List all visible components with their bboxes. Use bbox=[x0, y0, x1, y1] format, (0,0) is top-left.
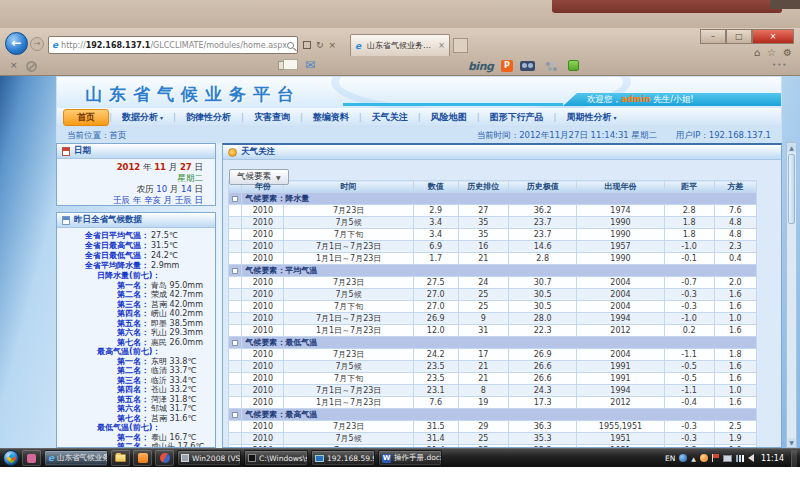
close-button[interactable]: × bbox=[752, 29, 794, 44]
chevron-down-icon: ▾ bbox=[158, 114, 163, 121]
nav-item-1[interactable]: 数据分析 ▾ bbox=[112, 110, 173, 125]
system-tray: EN ▲ 11:14 bbox=[665, 450, 800, 467]
table-row[interactable]: 20107月23日2.92736.219742.87.6 bbox=[229, 205, 757, 217]
home-icon[interactable]: ⌂ bbox=[754, 47, 760, 58]
row-checkbox-cell bbox=[229, 325, 242, 337]
table-row[interactable]: 20101月1日～7月23日1.7212.81990-0.10.4 bbox=[229, 253, 757, 265]
table-group-row[interactable]: 气候要素：最低气温 bbox=[229, 337, 757, 349]
taskbar-window-6[interactable]: C:\Windows\s... bbox=[244, 450, 308, 466]
address-bar[interactable]: e http://192.168.137.1/GLCCLIMATE/module… bbox=[48, 36, 298, 54]
table-row[interactable]: 20107月下旬3.43523.719901.84.8 bbox=[229, 229, 757, 241]
page-scrollbar[interactable]: ▲ ▼ bbox=[786, 142, 797, 448]
group-checkbox-cell bbox=[229, 409, 242, 421]
table-cell: -1.1 bbox=[664, 385, 714, 397]
table-row[interactable]: 20107月5候27.02530.52004-0.31.6 bbox=[229, 289, 757, 301]
scroll-down-icon[interactable]: ▼ bbox=[787, 438, 796, 447]
refresh-icon[interactable]: ↻ bbox=[316, 40, 324, 50]
table-cell: 2.9 bbox=[413, 205, 458, 217]
toolbar-close-icon[interactable]: × bbox=[10, 60, 18, 70]
maximize-button[interactable]: □ bbox=[726, 29, 752, 44]
rank-label: 第四名： bbox=[57, 309, 149, 319]
checkbox-icon[interactable] bbox=[232, 196, 238, 202]
forward-button[interactable]: → bbox=[30, 37, 44, 51]
table-row[interactable]: 20107月1日～7月23日6.91614.61957-1.02.3 bbox=[229, 241, 757, 253]
language-indicator[interactable]: EN bbox=[665, 454, 675, 463]
paw-icon[interactable] bbox=[546, 62, 550, 66]
table-row[interactable]: 20107月5候23.52126.61991-0.51.6 bbox=[229, 361, 757, 373]
taskbar-window-1[interactable]: e山东省气候业务平... bbox=[44, 450, 108, 466]
back-button[interactable]: ← bbox=[5, 32, 28, 55]
table-row[interactable]: 20107月5候3.43523.719901.84.8 bbox=[229, 217, 757, 229]
search-icon[interactable] bbox=[287, 42, 294, 49]
rank-label: 第六名： bbox=[57, 404, 149, 414]
bing-logo[interactable]: bing bbox=[468, 60, 493, 73]
green-app-icon[interactable] bbox=[568, 60, 579, 71]
nav-item-0[interactable]: 首页 bbox=[63, 109, 109, 126]
table-row[interactable]: 20101月1日～7月23日12.03122.320120.21.6 bbox=[229, 325, 757, 337]
app-tray-icon[interactable] bbox=[700, 454, 708, 462]
show-desktop-button[interactable] bbox=[791, 450, 797, 467]
table-row[interactable]: 20107月23日27.52430.72004-0.72.0 bbox=[229, 277, 757, 289]
table-cell: 2012 bbox=[577, 397, 664, 409]
nav-item-7[interactable]: 图形下行产品 bbox=[480, 110, 554, 125]
table-cell: 25 bbox=[458, 301, 508, 313]
media-app-icon[interactable] bbox=[155, 450, 174, 466]
settings-gear-icon[interactable]: ⚙ bbox=[783, 47, 792, 58]
nav-item-6[interactable]: 风险地图 bbox=[421, 110, 477, 125]
more-options-dots[interactable]: ••• bbox=[772, 61, 787, 69]
nav-item-8[interactable]: 周期性分析 ▾ bbox=[556, 110, 626, 125]
table-row[interactable]: 20107月1日～7月23日26.9928.01994-1.01.0 bbox=[229, 313, 757, 325]
table-group-row[interactable]: 气候要素：平均气温 bbox=[229, 265, 757, 277]
explorer-icon[interactable] bbox=[111, 450, 130, 466]
cmd-icon bbox=[248, 454, 256, 462]
nav-item-3[interactable]: 灾害查询 bbox=[244, 110, 300, 125]
orange-app-icon[interactable] bbox=[133, 450, 152, 466]
table-row[interactable]: 20101月1日～7月23日7.61917.32012-0.41.6 bbox=[229, 397, 757, 409]
tab-close-icon[interactable]: × bbox=[438, 41, 445, 50]
taskbar-window-8[interactable]: W操作手册.docx ... bbox=[378, 450, 442, 466]
table-cell: 7月23日 bbox=[284, 277, 413, 289]
nav-item-2[interactable]: 韵律性分析 bbox=[176, 110, 241, 125]
browser-tab[interactable]: e 山东省气候业务平... × bbox=[350, 34, 450, 56]
checkbox-icon[interactable] bbox=[232, 340, 238, 346]
window-caption-buttons: – □ × bbox=[700, 29, 794, 44]
display-tray-icon[interactable] bbox=[723, 455, 732, 462]
table-row[interactable]: 20107月23日24.21726.92004-1.11.8 bbox=[229, 349, 757, 361]
taskbar-window-5[interactable]: Win2008 (VS2... bbox=[177, 450, 241, 466]
taskbar-window-label: 192.168.59.99... bbox=[327, 454, 375, 463]
stop-icon[interactable]: × bbox=[329, 40, 337, 50]
scrollbar-thumb[interactable] bbox=[788, 154, 795, 224]
table-cell: 8 bbox=[458, 385, 508, 397]
scroll-up-icon[interactable]: ▲ bbox=[787, 143, 796, 152]
mail-icon[interactable]: ✉ bbox=[305, 58, 315, 72]
table-row[interactable]: 20107月1日～7月23日23.1824.31994-1.11.0 bbox=[229, 385, 757, 397]
pinned-app-icon[interactable] bbox=[22, 450, 41, 466]
volume-tray-icon[interactable] bbox=[748, 454, 754, 462]
camera-icon[interactable] bbox=[520, 61, 535, 71]
cards-icon[interactable] bbox=[278, 61, 291, 70]
table-row[interactable]: 20107月下旬23.52126.61991-0.51.6 bbox=[229, 373, 757, 385]
checkbox-icon[interactable] bbox=[232, 412, 238, 418]
table-row[interactable]: 20107月5候31.42535.31951-0.31.9 bbox=[229, 433, 757, 445]
table-group-row[interactable]: 气候要素：最高气温 bbox=[229, 409, 757, 421]
start-button[interactable] bbox=[3, 450, 19, 466]
favorites-star-icon[interactable]: ☆ bbox=[767, 47, 776, 58]
url-host: 192.168.137.1 bbox=[86, 41, 151, 50]
tray-expand-icon[interactable]: ▲ bbox=[691, 455, 696, 462]
table-row[interactable]: 20107月23日31.52936.31955,1951-0.32.5 bbox=[229, 421, 757, 433]
minimize-button[interactable]: – bbox=[700, 29, 726, 44]
nav-item-5[interactable]: 天气关注 bbox=[362, 110, 418, 125]
antivirus-tray-icon[interactable] bbox=[679, 454, 687, 462]
table-row[interactable]: 20107月下旬27.02530.52004-0.31.6 bbox=[229, 301, 757, 313]
taskbar-clock[interactable]: 11:14 bbox=[758, 454, 787, 463]
pinyin-badge-icon[interactable]: P bbox=[501, 60, 513, 72]
compatibility-icon[interactable] bbox=[303, 41, 311, 49]
action-center-flag-icon[interactable] bbox=[712, 454, 719, 462]
checkbox-icon[interactable] bbox=[232, 268, 238, 274]
taskbar-window-7[interactable]: 192.168.59.99... bbox=[311, 450, 375, 466]
search-dropdown-icon[interactable]: ▾ bbox=[297, 42, 298, 49]
network-tray-icon[interactable] bbox=[736, 455, 744, 462]
new-tab-button[interactable] bbox=[453, 38, 468, 53]
nav-item-4[interactable]: 整编资料 bbox=[303, 110, 359, 125]
table-group-row[interactable]: 气候要素：降水量 bbox=[229, 193, 757, 205]
